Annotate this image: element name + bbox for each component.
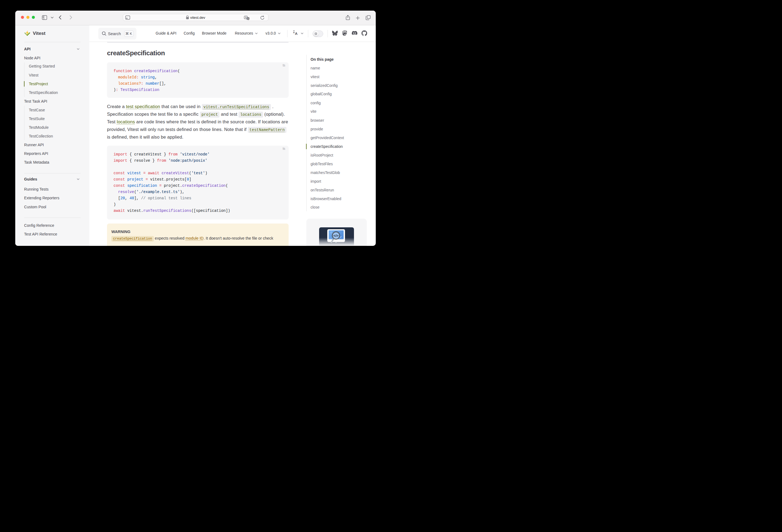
svg-text:x: x [293,31,295,34]
svg-text:A: A [245,16,247,19]
svg-text:A: A [295,32,297,36]
svg-text:</>: </> [333,234,339,238]
